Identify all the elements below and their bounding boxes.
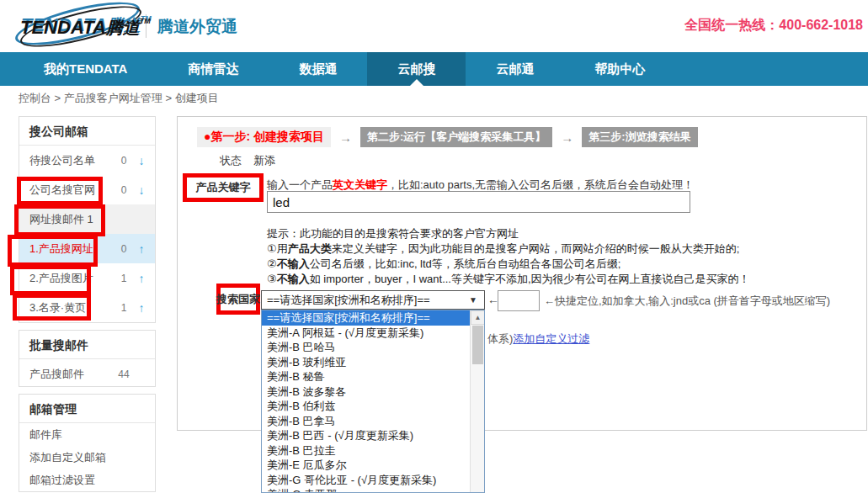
nav-item-云邮通[interactable]: 云邮通 (466, 52, 564, 86)
sidebar-item-待搜公司名单[interactable]: 待搜公司名单0↓ (19, 146, 155, 175)
sidebar-item-1.产品搜网址[interactable]: 1.产品搜网址0↑ (19, 234, 155, 263)
scrollbar-thumb[interactable] (472, 326, 483, 364)
tips-4-pre: ③ (267, 273, 277, 285)
sidebar-item-label: 1.产品搜网址 (29, 241, 113, 257)
sidebar-panel-批量搜邮件: 批量搜邮件产品搜邮件44 (19, 330, 156, 387)
sidebar-panel-title: 批量搜邮件 (19, 331, 155, 359)
nav-item-我的TENDATA[interactable]: 我的TENDATA (13, 52, 157, 86)
arrow-down-icon[interactable]: ↓ (135, 183, 148, 197)
arrow-down-icon[interactable]: ↓ (135, 154, 148, 167)
country-select[interactable]: ==请选择国家[按洲和名称排序]== ▼ (261, 290, 485, 310)
country-option-5[interactable]: 美洲-B 波多黎各 (262, 384, 470, 400)
logo-en: TENDATA (20, 17, 106, 38)
sidebar-item-count: 0 (113, 155, 135, 167)
dropdown-scrollbar[interactable]: ▲ (470, 310, 484, 492)
steps-bar: ●第一步: 创建搜索项目→第二步:运行【客户端搜索采集工具】→第三步:浏览搜索结… (197, 127, 698, 147)
product-name: 腾道外贸通 (157, 16, 237, 38)
country-option-list: ==请选择国家[按洲和名称排序]==美洲-A 阿根廷 - (√月度更新采集)美洲… (262, 310, 470, 492)
country-option-8[interactable]: 美洲-B 巴西 - (√月度更新采集) (262, 428, 470, 443)
country-option-12[interactable]: 美洲-G 圭亚那 (262, 487, 470, 493)
logo-cn: 腾道 (106, 19, 140, 37)
status-label: 状态 (220, 154, 242, 167)
country-option-7[interactable]: 美洲-B 巴拿马 (262, 414, 470, 429)
active-tab-notch-icon (410, 79, 423, 86)
sidebar-item-添加自定义邮箱[interactable]: 添加自定义邮箱 (19, 446, 155, 469)
sidebar-item-label: 邮件库 (29, 427, 113, 443)
tips-3-em: 不输入 (277, 257, 310, 270)
step-arrow-icon: → (331, 130, 360, 145)
country-option-6[interactable]: 美洲-B 伯利兹 (262, 399, 470, 414)
sidebar-item-label: 3.名录·黄页 (29, 300, 113, 315)
breadcrumb: 控制台 > 产品搜客户网址管理 > 创建项目 (19, 91, 219, 106)
sidebar-item-公司名搜官网[interactable]: 公司名搜官网0↓ (19, 175, 155, 204)
tips-line-1: 提示：此功能的目的是搜索符合要求的客户官方网址 (267, 226, 750, 241)
tips-4-post: 如 importer，buyer，I want...等关键字不添加,因为很少有公… (310, 273, 750, 285)
header: TENDATA腾道TM 腾道外贸通 全国统一热线：400-662-1018 (0, 0, 868, 52)
step-2: 第二步:运行【客户端搜索采集工具】 (360, 127, 552, 147)
sidebar-item-邮箱过滤设置[interactable]: 邮箱过滤设置 (19, 469, 155, 491)
sidebar-item-count: 1 (113, 273, 135, 284)
country-select-value: ==请选择国家[按洲和名称排序]== (262, 293, 469, 308)
tips-2-post: 来定义关键字，因为此功能目的是搜客户网站，而网站介绍的时候一般从大类开始的; (332, 242, 740, 255)
sidebar-item-邮件库[interactable]: 邮件库 (19, 423, 155, 446)
quick-locate-hint: ←快捷定位,如加拿大,输入:jnd或ca (拼音首字母或地区缩写) (544, 294, 830, 309)
nav-item-数据通[interactable]: 数据通 (269, 52, 367, 86)
sidebar-panel-title: 邮箱管理 (19, 395, 155, 423)
tips-line-3: ②不输入公司名后缀，比如:inc, ltd等，系统后台自动组合各国公司名后缀; (267, 257, 750, 272)
tips-3-post: 公司名后缀，比如:inc, ltd等，系统后台自动组合各国公司名后缀; (310, 257, 621, 270)
sidebar-item-label: 产品搜邮件 (29, 367, 113, 382)
tendata-logo: TENDATA腾道TM (8, 7, 152, 47)
nav-item-帮助中心[interactable]: 帮助中心 (564, 52, 675, 86)
sidebar-item-产品搜邮件[interactable]: 产品搜邮件44 (19, 359, 155, 389)
nav-item-云邮搜[interactable]: 云邮搜 (367, 52, 466, 86)
country-dropdown: ==请选择国家[按洲和名称排序]==美洲-A 阿根廷 - (√月度更新采集)美洲… (261, 310, 485, 493)
main-nav: 我的TENDATA商情雷达数据通云邮搜云邮通帮助中心 (0, 52, 868, 86)
sidebar-panel-邮箱管理: 邮箱管理邮件库添加自定义邮箱邮箱过滤设置 (19, 394, 156, 492)
keyword-input[interactable] (267, 191, 690, 213)
country-option-9[interactable]: 美洲-B 巴拉圭 (262, 443, 470, 459)
arrow-up-icon[interactable]: ↑ (135, 301, 148, 315)
tips-line-4: ③不输入如 importer，buyer，I want...等关键字不添加,因为… (267, 272, 750, 287)
country-option-2[interactable]: 美洲-B 巴哈马 (262, 340, 470, 355)
nav-item-商情雷达[interactable]: 商情雷达 (157, 52, 269, 86)
tips-line-2: ①用产品大类来定义关键字，因为此功能目的是搜客户网站，而网站介绍的时候一般从大类… (267, 241, 750, 257)
step-1: ●第一步: 创建搜索项目 (197, 127, 331, 147)
country-option-1[interactable]: 美洲-A 阿根廷 - (√月度更新采集) (262, 326, 470, 341)
logo-text: TENDATA腾道TM (20, 17, 151, 40)
status-row: 状态新添 (220, 153, 275, 168)
chevron-down-icon: ▼ (469, 295, 484, 305)
quick-locate-input[interactable] (498, 290, 540, 311)
sidebar-item-label: 添加自定义邮箱 (29, 450, 113, 465)
country-option-10[interactable]: 美洲-E 厄瓜多尔 (262, 458, 470, 473)
keyword-hint-em: 英文关键字 (333, 178, 387, 191)
keyword-hint-prefix: 输入一个产品 (267, 178, 333, 191)
step-3: 第三步:浏览搜索结果 (582, 127, 697, 147)
sidebar-item-label: 2.产品搜图片 (29, 271, 113, 286)
scroll-up-icon[interactable]: ▲ (471, 310, 485, 325)
tips-2-em: 产品大类 (288, 242, 332, 255)
tips-4-em: 不输入 (277, 273, 310, 285)
sidebar-item-label: 邮箱过滤设置 (29, 473, 113, 488)
tips-2-pre: ①用 (267, 242, 288, 255)
sidebar-item-3.名录·黄页[interactable]: 3.名录·黄页1↑ (19, 293, 155, 322)
arrow-up-icon[interactable]: ↑ (135, 242, 148, 256)
keyword-hint-suffix: ，比如:auto parts,无需输入公司名后缀，系统后台会自动处理！ (387, 178, 694, 191)
sidebar-panel-搜公司邮箱: 搜公司邮箱待搜公司名单0↓公司名搜官网0↓网址搜邮件 11.产品搜网址0↑2.产… (19, 116, 156, 323)
country-option-0[interactable]: ==请选择国家[按洲和名称排序]== (262, 310, 470, 326)
sidebar-item-count: 44 (113, 368, 135, 380)
sidebar-item-2.产品搜图片[interactable]: 2.产品搜图片1↑ (19, 263, 155, 293)
country-option-4[interactable]: 美洲-B 秘鲁 (262, 369, 470, 384)
sidebar-item-网址搜邮件 1[interactable]: 网址搜邮件 1 (19, 204, 155, 234)
add-custom-filter-link[interactable]: 添加自定义过滤 (513, 332, 589, 345)
sidebar-item-label: 待搜公司名单 (29, 153, 113, 168)
country-option-11[interactable]: 美洲-G 哥伦比亚 - (√月度更新采集) (262, 473, 470, 488)
filter-line: 体系)添加自定义过滤 (487, 331, 589, 347)
hotline: 全国统一热线：400-662-1018 (684, 17, 863, 34)
sidebar-panel-title: 搜公司邮箱 (19, 117, 155, 146)
sidebar-item-count: 0 (113, 184, 135, 196)
sidebar-item-label: 网址搜邮件 1 (29, 212, 113, 227)
filter-line-text: 体系) (487, 332, 513, 345)
country-option-3[interactable]: 美洲-B 玻利维亚 (262, 355, 470, 370)
arrow-up-icon[interactable]: ↑ (135, 272, 148, 285)
tips-3-pre: ② (267, 257, 277, 270)
